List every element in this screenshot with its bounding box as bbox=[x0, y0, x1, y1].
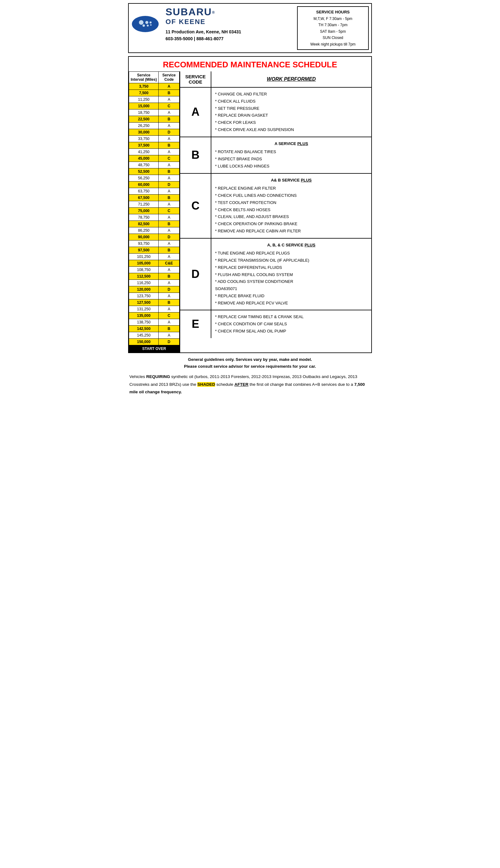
hours-line-4: SUN Closed bbox=[302, 35, 364, 41]
interval-code: B bbox=[159, 195, 180, 201]
hours-line-5: Week night pickups till 7pm bbox=[302, 41, 364, 47]
interval-miles: 93,750 bbox=[129, 240, 159, 247]
work-performed-header: WORK PERFORMED bbox=[211, 71, 371, 87]
interval-code: D bbox=[159, 286, 180, 293]
interval-miles: 48,750 bbox=[129, 162, 159, 168]
guideline-line-2: Please consult service advisor for servi… bbox=[129, 363, 371, 370]
interval-code: A bbox=[159, 227, 180, 234]
interval-code: A bbox=[159, 162, 180, 168]
service-item: * TUNE ENGINE AND REPLACE PLUGS bbox=[215, 250, 367, 257]
interval-col-header: Service Interval (Miles) bbox=[129, 72, 159, 83]
address-block: 11 Production Ave, Keene, NH 03431 603-3… bbox=[166, 29, 241, 42]
header-left: SUBARU® OF KEENE 11 Production Ave, Keen… bbox=[131, 6, 241, 42]
service-item: * CHANGE OIL AND FILTER bbox=[215, 91, 367, 98]
interval-code: A bbox=[159, 240, 180, 247]
service-item: * REPLACE DIFFERENTIAL FLUIDS bbox=[215, 264, 367, 271]
interval-miles: 30,000 bbox=[129, 129, 159, 136]
interval-code: C bbox=[159, 313, 180, 319]
interval-miles: 71,250 bbox=[129, 201, 159, 208]
hours-line-2: TH 7:30am - 7pm bbox=[302, 22, 364, 28]
interval-miles: 7,500 bbox=[129, 90, 159, 97]
service-hours-title: SERVICE HOURS bbox=[302, 9, 364, 15]
service-title-c: A& B SERVICE PLUS bbox=[215, 177, 367, 184]
header: SUBARU® OF KEENE 11 Production Ave, Keen… bbox=[128, 3, 372, 53]
interval-code: A bbox=[159, 267, 180, 273]
interval-code: A bbox=[159, 253, 180, 260]
schedule-title: RECOMMENDED MAINTENANCE SCHEDULE bbox=[129, 57, 371, 71]
svg-point-1 bbox=[139, 20, 144, 25]
svg-point-3 bbox=[150, 22, 151, 23]
subaru-logo bbox=[131, 15, 159, 33]
interval-miles: 131,250 bbox=[129, 306, 159, 313]
interval-miles: 60,000 bbox=[129, 181, 159, 188]
interval-miles: 112,500 bbox=[129, 273, 159, 280]
service-header-row: SERVICE CODE WORK PERFORMED bbox=[180, 71, 371, 88]
service-item: * CHECK ALL FLUIDS bbox=[215, 98, 367, 105]
service-code-cell-b: B bbox=[180, 137, 211, 173]
service-item: * REPLACE DRAIN GASKET bbox=[215, 112, 367, 119]
interval-code: A bbox=[159, 332, 180, 339]
interval-miles: 56,250 bbox=[129, 175, 159, 181]
interval-miles: 67,500 bbox=[129, 195, 159, 201]
interval-code: D bbox=[159, 339, 180, 345]
service-item: * CHECK OPERATION OF PARKING BRAKE bbox=[215, 221, 367, 228]
guideline-line-1: General guidelines only. Services vary b… bbox=[129, 356, 371, 363]
interval-code: C bbox=[159, 208, 180, 214]
dealership-name: SUBARU® OF KEENE 11 Production Ave, Keen… bbox=[166, 6, 241, 42]
phone-line: 603-355-5000 | 888-461-8077 bbox=[166, 35, 241, 42]
service-code-cell-a: A bbox=[180, 88, 211, 137]
synthetic-note: Vehicles REQUIRING synthetic oil (turbos… bbox=[129, 373, 371, 396]
interval-miles: 82,500 bbox=[129, 221, 159, 227]
service-item: * REPLACE TRANSMISSION OIL (IF APPLICABL… bbox=[215, 257, 367, 264]
service-item: * REPLACE CAM TIMING BELT & CRANK SEAL bbox=[215, 314, 367, 320]
interval-miles: 11,250 bbox=[129, 97, 159, 103]
service-row-e: E* REPLACE CAM TIMING BELT & CRANK SEAL*… bbox=[180, 310, 371, 338]
service-item: * CHECK FROM SEAL AND OIL PUMP bbox=[215, 328, 367, 335]
interval-code: C bbox=[159, 103, 180, 110]
interval-miles: 33,750 bbox=[129, 136, 159, 142]
interval-code: D bbox=[159, 129, 180, 136]
svg-point-5 bbox=[147, 25, 149, 27]
service-code-cell-e: E bbox=[180, 310, 211, 338]
svg-point-2 bbox=[146, 21, 148, 24]
service-item: * ROTATE AND BALANCE TIRES bbox=[215, 148, 367, 156]
svg-point-6 bbox=[150, 24, 151, 25]
interval-code: B bbox=[159, 168, 180, 175]
code-col-header: Service Code bbox=[159, 72, 180, 83]
service-item: * LUBE LOCKS AND HINGES bbox=[215, 163, 367, 170]
interval-code: A bbox=[159, 83, 180, 90]
service-hours-box: SERVICE HOURS M,T,W, F 7:30am - 5pm TH 7… bbox=[297, 6, 369, 50]
interval-code: A bbox=[159, 175, 180, 181]
interval-code: A bbox=[159, 306, 180, 313]
interval-code: D bbox=[159, 234, 180, 240]
service-desc-cell-e: * REPLACE CAM TIMING BELT & CRANK SEAL* … bbox=[211, 310, 371, 338]
svg-point-4 bbox=[143, 25, 145, 27]
interval-miles: 45,000 bbox=[129, 155, 159, 162]
interval-miles: 75,000 bbox=[129, 208, 159, 214]
interval-miles: 145,250 bbox=[129, 332, 159, 339]
service-item: * CHECK CONDITION OF CAM SEALS bbox=[215, 320, 367, 328]
interval-miles: 63,750 bbox=[129, 188, 159, 195]
interval-miles: 120,000 bbox=[129, 286, 159, 293]
interval-code: A bbox=[159, 149, 180, 155]
interval-code: C bbox=[159, 155, 180, 162]
service-item: * SET TIRE PRESSURE bbox=[215, 105, 367, 112]
interval-miles: 90,000 bbox=[129, 234, 159, 240]
service-desc-cell-a: * CHANGE OIL AND FILTER* CHECK ALL FLUID… bbox=[211, 88, 371, 137]
hours-line-1: M,T,W, F 7:30am - 5pm bbox=[302, 15, 364, 22]
interval-code: D bbox=[159, 181, 180, 188]
interval-code: B bbox=[159, 326, 180, 332]
interval-code: A bbox=[159, 214, 180, 221]
interval-miles: 18,750 bbox=[129, 110, 159, 116]
interval-code: A bbox=[159, 188, 180, 195]
service-item: * CHECK BELTS AND HOSES bbox=[215, 206, 367, 214]
interval-miles: 26,250 bbox=[129, 123, 159, 129]
service-desc-cell-d: A, B, & C SERVICE PLUS* TUNE ENGINE AND … bbox=[211, 239, 371, 310]
start-over-cell: START OVER bbox=[129, 345, 180, 352]
interval-code: B bbox=[159, 221, 180, 227]
interval-data-table: Service Interval (Miles) Service Code 3,… bbox=[129, 71, 180, 352]
interval-code: A bbox=[159, 110, 180, 116]
interval-code: A bbox=[159, 293, 180, 300]
guideline-text: General guidelines only. Services vary b… bbox=[129, 356, 371, 370]
service-row-a: A* CHANGE OIL AND FILTER* CHECK ALL FLUI… bbox=[180, 88, 371, 137]
